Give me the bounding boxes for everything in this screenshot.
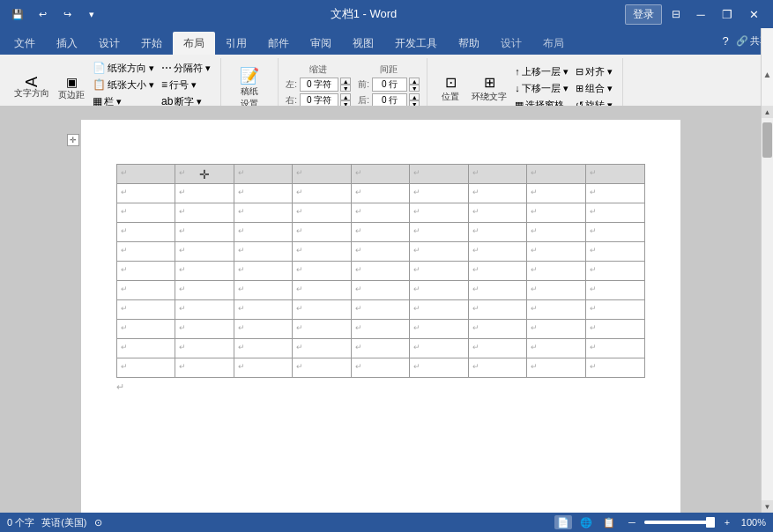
table-cell[interactable]: ↵ xyxy=(585,242,644,262)
tab-table-design[interactable]: 设计 xyxy=(490,32,532,55)
table-cell[interactable]: ↵ xyxy=(527,203,586,223)
table-cell[interactable]: ↵ xyxy=(293,281,352,300)
table-cell[interactable]: ↵ xyxy=(293,223,352,242)
table-cell[interactable]: ↵ xyxy=(585,300,644,320)
login-button[interactable]: 登录 xyxy=(625,4,662,25)
table-cell[interactable]: ↵ xyxy=(410,320,469,339)
table-cell[interactable]: ↵ xyxy=(585,262,644,281)
scroll-down-button[interactable]: ▼ xyxy=(762,500,773,513)
table-cell[interactable]: ↵ xyxy=(116,165,175,184)
table-cell[interactable]: ↵ xyxy=(410,300,469,320)
table-cell[interactable]: ↵ xyxy=(234,203,293,223)
tab-developer[interactable]: 开发工具 xyxy=(384,32,448,55)
table-cell[interactable]: ↵ xyxy=(234,184,293,203)
table-cell[interactable]: ↵ xyxy=(527,262,586,281)
orientation-button[interactable]: 📄纸张方向 ▾ xyxy=(90,60,157,76)
table-cell[interactable]: ↵ xyxy=(293,358,352,378)
table-cell[interactable]: ↵ xyxy=(468,203,527,223)
table-cell[interactable]: ↵ xyxy=(116,262,175,281)
table-cell[interactable]: ↵ xyxy=(234,320,293,339)
table-cell[interactable]: ↵ xyxy=(175,242,234,262)
table-cell[interactable]: ↵ xyxy=(410,203,469,223)
indent-left-input[interactable] xyxy=(300,78,338,92)
tab-help[interactable]: 帮助 xyxy=(448,32,490,55)
table-cell[interactable]: ↵ xyxy=(293,242,352,262)
table-cell[interactable]: ↵ xyxy=(410,223,469,242)
table-cell[interactable]: ↵ xyxy=(410,242,469,262)
table-cell[interactable]: ↵ xyxy=(234,262,293,281)
table-cell[interactable]: ↵ xyxy=(410,262,469,281)
table-cell[interactable]: ↵ xyxy=(527,165,586,184)
table-cell[interactable]: ↵ xyxy=(293,165,352,184)
table-cell[interactable]: ↵ xyxy=(351,339,410,358)
table-cell[interactable]: ↵ xyxy=(585,203,644,223)
table-cell[interactable]: ↵ xyxy=(468,262,527,281)
spacing-before-spin[interactable]: ▲ ▼ xyxy=(409,78,420,92)
word-count[interactable]: 0 个字 xyxy=(7,516,34,529)
scroll-thumb[interactable] xyxy=(762,122,772,158)
table-cell[interactable]: ↵ xyxy=(175,358,234,378)
bring-forward-button[interactable]: ↑上移一层 ▾ xyxy=(512,63,571,79)
table-cell[interactable]: ↵ xyxy=(351,358,410,378)
send-backward-button[interactable]: ↓下移一层 ▾ xyxy=(512,80,571,96)
table-cell[interactable]: ↵ xyxy=(468,358,527,378)
table-cell[interactable]: ↵ xyxy=(116,203,175,223)
scroll-track[interactable] xyxy=(762,118,773,500)
table-cell[interactable]: ↵ xyxy=(351,300,410,320)
zoom-track[interactable] xyxy=(644,521,715,524)
table-cell[interactable]: ↵ xyxy=(293,203,352,223)
tab-layout[interactable]: 布局 xyxy=(173,32,215,55)
table-cell[interactable]: ↵ xyxy=(527,300,586,320)
table-cell[interactable]: ↵ xyxy=(585,358,644,378)
table-cell[interactable]: ↵ xyxy=(293,300,352,320)
table-cell[interactable]: ↵ xyxy=(410,165,469,184)
scroll-up-button[interactable]: ▲ xyxy=(762,106,773,118)
macro-icon[interactable]: ⊙ xyxy=(94,517,102,528)
table-cell[interactable]: ↵ xyxy=(468,281,527,300)
tab-references[interactable]: 引用 xyxy=(215,32,257,55)
table-cell[interactable]: ↵ xyxy=(234,358,293,378)
restore-button[interactable]: ❐ xyxy=(715,2,740,26)
table-move-handle[interactable]: ✛ xyxy=(67,134,79,146)
table-cell[interactable]: ↵ xyxy=(293,320,352,339)
table-cell[interactable]: ↵ xyxy=(175,300,234,320)
redo-qat-button[interactable]: ↪ xyxy=(56,4,78,25)
web-view-button[interactable]: 🌐 xyxy=(577,515,595,529)
table-cell[interactable]: ↵ xyxy=(116,184,175,203)
table-cell[interactable]: ↵ xyxy=(175,339,234,358)
table-cell[interactable]: ↵ xyxy=(410,358,469,378)
table-cell[interactable]: ↵ xyxy=(234,242,293,262)
table-cell[interactable]: ↵ ✛ xyxy=(175,165,234,184)
table-cell[interactable]: ↵ xyxy=(234,165,293,184)
table-cell[interactable]: ↵ xyxy=(585,165,644,184)
tab-review[interactable]: 审阅 xyxy=(300,32,342,55)
indent-left-spin[interactable]: ▲ ▼ xyxy=(340,78,351,92)
group-button[interactable]: ⊞组合 ▾ xyxy=(573,80,615,96)
tab-home[interactable]: 开始 xyxy=(130,32,173,55)
help-icon[interactable]: ? xyxy=(717,32,734,49)
table-cell[interactable]: ↵ xyxy=(410,184,469,203)
table-cell[interactable]: ↵ xyxy=(351,165,410,184)
table-cell[interactable]: ↵ xyxy=(585,281,644,300)
table-cell[interactable]: ↵ xyxy=(175,281,234,300)
table-cell[interactable]: ↵ xyxy=(468,184,527,203)
table-cell[interactable]: ↵ xyxy=(527,339,586,358)
save-qat-button[interactable]: 💾 xyxy=(7,4,28,25)
table-cell[interactable]: ↵ xyxy=(468,242,527,262)
undo-qat-button[interactable]: ↩ xyxy=(32,4,53,25)
table-cell[interactable]: ↵ xyxy=(351,242,410,262)
table-cell[interactable]: ↵ xyxy=(468,320,527,339)
table-cell[interactable]: ↵ xyxy=(351,262,410,281)
table-cell[interactable]: ↵ xyxy=(468,165,527,184)
tab-insert[interactable]: 插入 xyxy=(46,32,88,55)
close-button[interactable]: ✕ xyxy=(741,2,766,26)
table-cell[interactable]: ↵ xyxy=(116,223,175,242)
table-cell[interactable]: ↵ xyxy=(293,339,352,358)
table-cell[interactable]: ↵ xyxy=(175,223,234,242)
table-cell[interactable]: ↵ xyxy=(410,281,469,300)
table-cell[interactable]: ↵ xyxy=(116,320,175,339)
align-button[interactable]: ⊟对齐 ▾ xyxy=(573,63,615,79)
qat-more-button[interactable]: ▾ xyxy=(81,4,102,25)
document-page[interactable]: ✛ ↵ ↵ ✛ ↵ ↵ ↵ ↵ ↵ ↵ ↵ xyxy=(81,120,680,513)
table-cell[interactable]: ↵ xyxy=(527,223,586,242)
